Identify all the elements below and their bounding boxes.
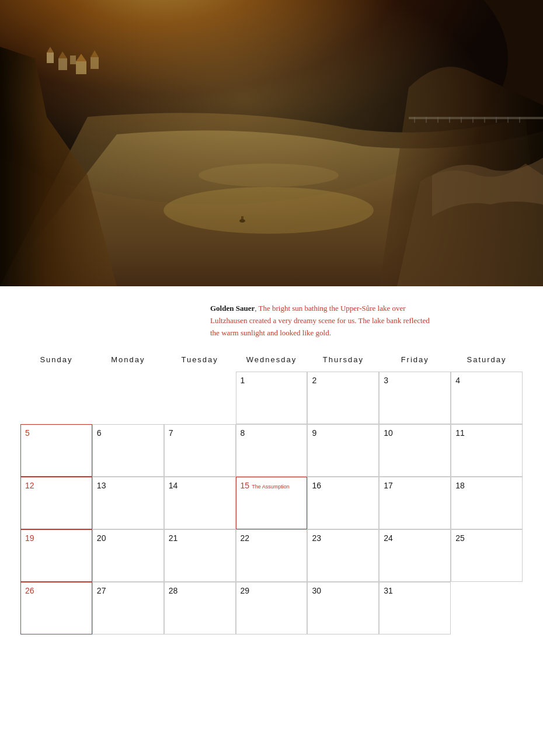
cal-cell-day-7: 7 — [164, 424, 236, 477]
day-header-saturday: Saturday — [451, 351, 523, 369]
day-number: 2 — [312, 376, 316, 385]
caption-title: Golden Sauer — [210, 304, 255, 313]
cal-cell-day-11: 11 — [451, 424, 523, 477]
calendar-section: SundayMondayTuesdayWednesdayThursdayFrid… — [0, 345, 543, 756]
day-number: 19 — [25, 533, 34, 543]
cal-cell-empty — [92, 372, 164, 424]
day-number: 22 — [241, 533, 250, 543]
cal-cell-day-22: 22 — [236, 529, 308, 582]
day-number: 18 — [455, 481, 465, 490]
photo-container — [0, 0, 543, 286]
day-number: 13 — [97, 481, 106, 490]
day-number: 5 — [25, 428, 30, 438]
day-number: 14 — [169, 481, 178, 490]
photo-caption: Golden Sauer, The bright sun bathing the… — [210, 298, 432, 339]
cal-cell-day-3: 3 — [379, 372, 451, 424]
day-number: 29 — [241, 586, 250, 595]
cal-cell-day-14: 14 — [164, 477, 236, 529]
calendar-page: Golden Sauer, The bright sun bathing the… — [0, 0, 543, 756]
cal-cell-empty — [20, 372, 92, 424]
cal-cell-day-29: 29 — [236, 582, 308, 634]
day-number: 12 — [25, 481, 34, 490]
cal-cell-day-31: 31 — [379, 582, 451, 634]
day-number: 11 — [455, 428, 465, 438]
day-header-wednesday: Wednesday — [236, 351, 308, 369]
day-number: 24 — [384, 533, 393, 543]
day-number: 7 — [169, 428, 173, 438]
cal-cell-day-23: 23 — [307, 529, 379, 582]
cal-cell-day-13: 13 — [92, 477, 164, 529]
cal-cell-day-25: 25 — [451, 529, 523, 582]
day-number: 27 — [97, 586, 106, 595]
cal-cell-day-10: 10 — [379, 424, 451, 477]
cal-cell-day-19: 19 — [20, 529, 92, 582]
cal-cell-day-4: 4 — [451, 372, 523, 424]
cal-cell-day-16: 16 — [307, 477, 379, 529]
day-number: 30 — [312, 586, 321, 595]
cal-cell-day-30: 30 — [307, 582, 379, 634]
cal-cell-day-8: 8 — [236, 424, 308, 477]
day-number: 8 — [241, 428, 245, 438]
day-number: 1 — [241, 376, 245, 385]
day-number: 21 — [169, 533, 178, 543]
cal-cell-day-20: 20 — [92, 529, 164, 582]
day-number: 20 — [97, 533, 106, 543]
day-number: 6 — [97, 428, 102, 438]
day-number: 3 — [384, 376, 388, 385]
cal-cell-day-5: 5 — [20, 424, 92, 477]
cal-cell-day-9: 9 — [307, 424, 379, 477]
cal-cell-day-6: 6 — [92, 424, 164, 477]
cal-cell-day-18: 18 — [451, 477, 523, 529]
day-number: 25 — [455, 533, 465, 543]
day-number: 17 — [384, 481, 393, 490]
day-number: 31 — [384, 586, 393, 595]
cal-cell-day-17: 17 — [379, 477, 451, 529]
cal-cell-empty — [451, 582, 523, 634]
day-number: 10 — [384, 428, 393, 438]
day-number: 26 — [25, 586, 34, 595]
header-section: Golden Sauer, The bright sun bathing the… — [0, 286, 543, 345]
cal-cell-day-24: 24 — [379, 529, 451, 582]
svg-rect-26 — [241, 216, 243, 221]
day-header-tuesday: Tuesday — [164, 351, 236, 369]
cal-cell-day-1: 1 — [236, 372, 308, 424]
day-header-sunday: Sunday — [20, 351, 92, 369]
day-headers-row: SundayMondayTuesdayWednesdayThursdayFrid… — [20, 351, 523, 369]
photo-svg — [0, 0, 543, 286]
day-number: 15 — [241, 481, 250, 490]
day-number: 4 — [455, 376, 460, 385]
calendar-grid: 123456789101112131415The Assumption16171… — [20, 372, 523, 687]
day-header-friday: Friday — [379, 351, 451, 369]
day-number: 28 — [169, 586, 178, 595]
cal-cell-day-28: 28 — [164, 582, 236, 634]
cal-cell-day-26: 26 — [20, 582, 92, 634]
day-header-thursday: Thursday — [307, 351, 379, 369]
day-event-label: The Assumption — [252, 484, 290, 490]
cal-cell-day-12: 12 — [20, 477, 92, 529]
cal-cell-day-27: 27 — [92, 582, 164, 634]
cal-cell-empty — [164, 372, 236, 424]
day-number: 23 — [312, 533, 321, 543]
cal-cell-day-2: 2 — [307, 372, 379, 424]
photo-placeholder — [0, 0, 543, 286]
cal-cell-day-15: 15The Assumption — [236, 477, 308, 529]
day-number: 9 — [312, 428, 316, 438]
day-number: 16 — [312, 481, 321, 490]
day-header-monday: Monday — [92, 351, 164, 369]
cal-cell-day-21: 21 — [164, 529, 236, 582]
